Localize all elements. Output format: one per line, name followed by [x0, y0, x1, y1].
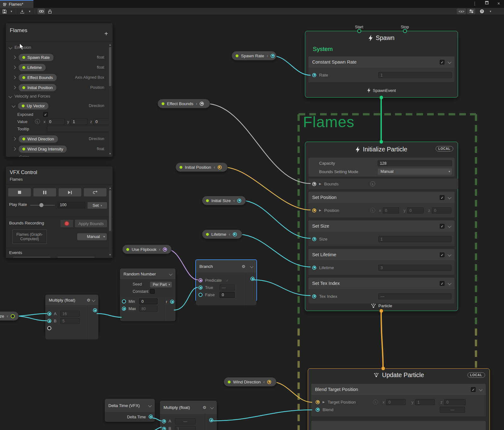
- output-port[interactable]: [170, 300, 174, 304]
- parameter-node-wind-direction[interactable]: Wind Direction ‹: [224, 377, 277, 387]
- record-bounds-button[interactable]: [60, 219, 73, 228]
- b-input-port[interactable]: [162, 427, 166, 430]
- node-collapse-icon[interactable]: [250, 264, 253, 268]
- update-particle-node[interactable]: Update Particle LOCAL Blend Target Posit…: [308, 368, 490, 430]
- size-input-port[interactable]: [312, 237, 316, 241]
- start-port[interactable]: [357, 29, 361, 33]
- a-value-field[interactable]: 16: [60, 311, 80, 317]
- tab-flames[interactable]: Flames*: [0, 0, 33, 8]
- block-collapse-icon[interactable]: [479, 388, 482, 391]
- section-color-clipped[interactable]: Color: [19, 155, 29, 157]
- export-button[interactable]: [19, 8, 25, 14]
- on-stop-button[interactable]: [57, 256, 95, 258]
- parameter-node-size[interactable]: Size ‹: [0, 311, 19, 321]
- a-input-port[interactable]: [162, 419, 166, 423]
- section-collapse-icon[interactable]: [9, 94, 12, 98]
- max-input-port[interactable]: [122, 307, 126, 311]
- block-enabled-checkbox[interactable]: [440, 60, 444, 65]
- row-expander-icon[interactable]: [12, 76, 16, 79]
- b-value-field[interactable]: 5: [60, 318, 80, 324]
- blackboard-panel[interactable]: Flames + Emission Spawn Rate float Lifet…: [6, 23, 113, 157]
- row-expander-icon[interactable]: [12, 104, 15, 107]
- block-collapse-icon[interactable]: [448, 195, 451, 199]
- output-port[interactable]: [267, 380, 271, 384]
- output-port[interactable]: [218, 165, 222, 169]
- collapse-icon[interactable]: ‹: [233, 199, 235, 202]
- spawn-node[interactable]: Spawn System Constant Spawn Rate Rate 1 …: [305, 31, 458, 98]
- node-collapse-icon[interactable]: [92, 298, 95, 302]
- parameter-node-lifetime[interactable]: Lifetime ‹: [202, 229, 242, 239]
- apply-bounds-button[interactable]: Apply Bounds: [75, 219, 107, 228]
- set-tex-index-block[interactable]: Set Tex Index: [308, 278, 455, 289]
- add-property-button[interactable]: +: [104, 30, 108, 37]
- false-input-port[interactable]: [198, 293, 203, 297]
- output-port[interactable]: [11, 314, 15, 318]
- section-collapse-icon[interactable]: [9, 46, 12, 49]
- block-collapse-icon[interactable]: [448, 253, 451, 256]
- tex-index-value-field[interactable]: —: [378, 293, 451, 299]
- blackboard-scrollbar[interactable]: ▲ ▼: [109, 43, 112, 156]
- step-button[interactable]: [58, 188, 82, 197]
- collapse-icon[interactable]: ‹: [7, 314, 8, 318]
- output-port[interactable]: [250, 277, 255, 281]
- position-y-field[interactable]: 0: [407, 207, 424, 213]
- collapse-icon[interactable]: ‹: [196, 102, 198, 105]
- parameter-node-initial-position[interactable]: Initial Position ‹: [175, 162, 228, 172]
- gear-icon[interactable]: ⚙: [203, 405, 206, 410]
- gear-icon[interactable]: ⚙: [87, 298, 90, 303]
- block-collapse-icon[interactable]: [448, 224, 451, 228]
- blend-input-port[interactable]: [316, 408, 320, 412]
- save-dropdown-icon[interactable]: ▾: [9, 8, 14, 14]
- gear-icon[interactable]: ⚙: [242, 264, 245, 269]
- spawn-event-output-port[interactable]: [379, 95, 384, 100]
- local-space-icon[interactable]: [35, 119, 40, 124]
- window-menu-icon[interactable]: ⋮: [472, 1, 478, 6]
- a-value-field[interactable]: —: [175, 418, 196, 424]
- seed-dropdown[interactable]: Per Part: [150, 282, 172, 287]
- local-space-icon[interactable]: [370, 181, 375, 186]
- row-expander-icon[interactable]: [12, 147, 16, 150]
- min-input-port[interactable]: [122, 299, 126, 303]
- set-play-rate-button[interactable]: Set ▾: [87, 202, 107, 209]
- value-x-field[interactable]: 0: [47, 119, 65, 125]
- random-number-node[interactable]: Random Number Seed Per Part Constant Min…: [120, 268, 176, 320]
- tooltip-field[interactable]: [47, 126, 110, 132]
- block-collapse-icon[interactable]: [448, 281, 451, 285]
- node-collapse-icon[interactable]: [210, 405, 214, 409]
- property-row[interactable]: Lifetime float: [6, 62, 112, 72]
- collapse-icon[interactable]: ‹: [229, 233, 230, 236]
- bounds-expander-icon[interactable]: ▶: [319, 182, 321, 185]
- pause-button[interactable]: [33, 188, 56, 197]
- rate-value-field[interactable]: 1: [378, 72, 452, 78]
- row-expander-icon[interactable]: [12, 137, 16, 140]
- property-row[interactable]: Initial Position Position: [6, 82, 112, 93]
- set-position-block[interactable]: Set Position: [308, 192, 455, 203]
- play-rate-field[interactable]: 100: [58, 202, 85, 208]
- b-value-field[interactable]: 1: [175, 426, 196, 430]
- play-rate-slider-knob[interactable]: [39, 203, 43, 207]
- block-enabled-checkbox[interactable]: [440, 252, 444, 257]
- tex-index-input-port[interactable]: [312, 294, 316, 298]
- extra-input-port[interactable]: [47, 326, 51, 330]
- vfx-control-panel[interactable]: VFX Control Flames Play Rate 100 Set ▾ B…: [6, 166, 113, 258]
- parameter-node-use-flipbook[interactable]: Use Flipbook ‹: [122, 245, 172, 254]
- multiply-float-node-1[interactable]: Multiply (float) ⚙ A 16 B 5: [45, 294, 99, 335]
- vfx-control-scrollbar[interactable]: ▲ ▼: [109, 186, 112, 257]
- collapse-icon[interactable]: ‹: [214, 166, 215, 169]
- predicate-input-port[interactable]: [198, 278, 203, 282]
- target-z-field[interactable]: 0: [444, 399, 466, 405]
- predicate-checkmark-icon[interactable]: ✓: [226, 278, 229, 283]
- link-button[interactable]: [37, 8, 45, 14]
- size-value-field[interactable]: 1: [378, 236, 451, 242]
- target-position-expander-icon[interactable]: ▶: [323, 400, 325, 404]
- a-input-port[interactable]: [47, 312, 51, 316]
- output-port[interactable]: [209, 418, 213, 422]
- bounds-setting-mode-dropdown[interactable]: Manual: [378, 168, 452, 175]
- blend-target-position-block[interactable]: Blend Target Position: [311, 384, 486, 395]
- next-block-clipped[interactable]: [311, 421, 486, 430]
- property-row[interactable]: Wind Drag Intensity float: [6, 144, 112, 154]
- help-button[interactable]: ?: [479, 8, 485, 14]
- output-port[interactable]: [237, 199, 241, 203]
- block-enabled-checkbox[interactable]: [440, 224, 444, 229]
- value-y-field[interactable]: 1: [71, 119, 88, 125]
